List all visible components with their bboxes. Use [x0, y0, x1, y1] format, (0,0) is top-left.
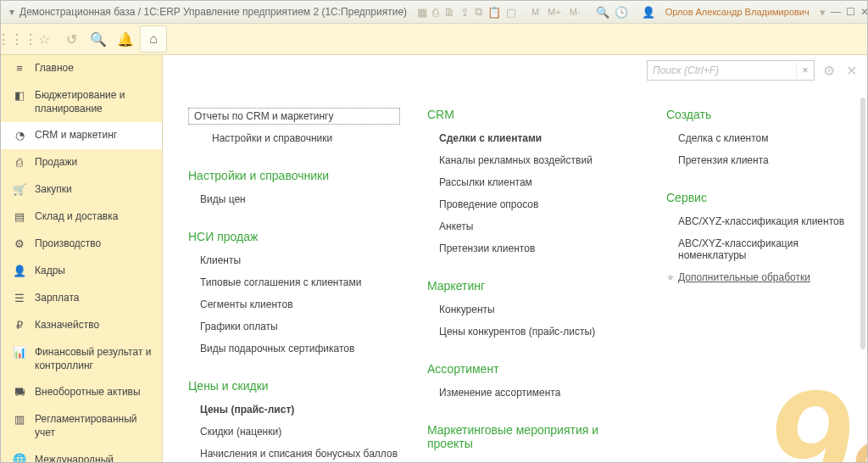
- mplus-button[interactable]: M+: [546, 7, 563, 17]
- menu-link[interactable]: Начисления и списания бонусных баллов: [188, 445, 400, 462]
- body: ≡Главное◧Бюджетирование и планирование◔C…: [1, 55, 867, 462]
- menu-link[interactable]: Цены (прайс-лист): [188, 401, 400, 418]
- menu-link[interactable]: Каналы рекламных воздействий: [427, 152, 639, 169]
- menu-link[interactable]: Претензии клиентов: [427, 240, 639, 257]
- group-title: Настройки и справочники: [188, 169, 400, 182]
- menu-link[interactable]: Клиенты: [188, 252, 400, 269]
- scrollbar-thumb[interactable]: [860, 98, 865, 349]
- toolbar-zoom-icon[interactable]: 🔍: [596, 4, 609, 20]
- minimize-button[interactable]: —: [831, 5, 841, 19]
- toolbar-clock-icon[interactable]: 🕓: [615, 4, 628, 20]
- menu-link[interactable]: Типовые соглашения с клиентами: [188, 274, 400, 291]
- home-icon[interactable]: ⌂: [140, 25, 167, 53]
- sidebar-item-label: Внеоборотные активы: [35, 386, 153, 399]
- menu-link[interactable]: ★Дополнительные обработки: [666, 269, 859, 286]
- sidebar-item-9[interactable]: ₽Казначейство: [1, 312, 162, 339]
- sidebar-item-7[interactable]: 👤Кадры: [1, 258, 162, 285]
- menu-link-label: Дополнительные обработки: [678, 269, 810, 286]
- toolbar-print-icon[interactable]: ⎙: [432, 4, 439, 20]
- content-area: 99 × ⚙ ✕ Отчеты по CRM и маркетингуНастр…: [163, 55, 867, 462]
- main-toolbar: ⋮⋮⋮ ☆ ↺ 🔍 🔔 ⌂: [1, 24, 867, 55]
- menu-link[interactable]: Отчеты по CRM и маркетингу: [188, 108, 400, 125]
- user-dropdown-icon[interactable]: ▾: [820, 4, 826, 20]
- toolbar-grid-icon[interactable]: ▦: [417, 4, 427, 20]
- scrollbar[interactable]: [860, 98, 865, 457]
- sidebar-icon: ◧: [13, 89, 26, 103]
- close-panel-icon[interactable]: ✕: [843, 63, 859, 78]
- menu-link[interactable]: Проведение опросов: [427, 196, 639, 213]
- sidebar-item-label: Казначейство: [35, 319, 153, 332]
- menu-link[interactable]: Виды подарочных сертификатов: [188, 340, 400, 357]
- menu-link[interactable]: Сделка с клиентом: [666, 130, 859, 147]
- menu-link[interactable]: Анкеты: [427, 218, 639, 235]
- menu-link[interactable]: Цены конкурентов (прайс-листы): [427, 323, 639, 340]
- history-icon[interactable]: ↺: [58, 26, 84, 52]
- sidebar-item-label: Международный финансовый учет: [35, 454, 153, 462]
- sidebar-icon: ☰: [13, 292, 26, 305]
- search-icon[interactable]: 🔍: [86, 26, 111, 52]
- sidebar-item-2[interactable]: ◔CRM и маркетинг: [1, 122, 162, 149]
- sidebar-item-label: Главное: [35, 62, 153, 75]
- sidebar-item-11[interactable]: ⛟Внеоборотные активы: [1, 379, 162, 406]
- sidebar-icon: 📊: [13, 346, 26, 360]
- settings-gear-icon[interactable]: ⚙: [821, 63, 837, 78]
- mminus-button[interactable]: M-: [568, 7, 582, 17]
- toolbar-clipboard-icon[interactable]: 📋: [487, 4, 501, 20]
- m-button[interactable]: M: [530, 7, 541, 17]
- menu-link[interactable]: Виды цен: [188, 191, 400, 208]
- titlebar-dropdown-icon[interactable]: ▾: [9, 8, 14, 16]
- menu-link[interactable]: Рассылки клиентам: [427, 174, 639, 191]
- menu-grid-icon[interactable]: ⋮⋮⋮: [4, 26, 30, 52]
- sidebar-item-label: Продажи: [35, 156, 153, 170]
- menu-link[interactable]: Сделки с клиентами: [427, 130, 639, 147]
- sidebar-item-3[interactable]: ⎙Продажи: [1, 149, 162, 176]
- section-columns: Отчеты по CRM и маркетингуНастройки и сп…: [163, 108, 867, 462]
- sidebar-icon: ⎙: [13, 156, 26, 170]
- toolbar-copy-icon[interactable]: ⧉: [475, 4, 482, 20]
- search-input[interactable]: [648, 62, 796, 79]
- column-2: CRMСделки с клиентамиКаналы рекламных во…: [427, 108, 639, 462]
- toolbar-calc-icon[interactable]: ▢: [506, 4, 516, 20]
- sidebar-item-13[interactable]: 🌐Международный финансовый учет: [1, 447, 162, 462]
- menu-link[interactable]: Изменение ассортимента: [427, 384, 639, 401]
- sidebar-item-12[interactable]: ▥Регламентированный учет: [1, 406, 162, 446]
- user-icon[interactable]: 👤: [642, 4, 655, 20]
- sidebar: ≡Главное◧Бюджетирование и планирование◔C…: [1, 55, 163, 462]
- toolbar-up-icon[interactable]: ⇪: [460, 4, 470, 20]
- menu-link[interactable]: Скидки (наценки): [188, 423, 400, 440]
- sidebar-item-label: Финансовый результат и контроллинг: [35, 346, 153, 372]
- star-icon[interactable]: ☆: [31, 26, 57, 52]
- sidebar-icon: 🛒: [13, 183, 26, 197]
- user-name[interactable]: Орлов Александр Владимирович: [665, 7, 810, 17]
- group-title: Цены и скидки: [188, 379, 400, 393]
- sidebar-item-4[interactable]: 🛒Закупки: [1, 176, 162, 204]
- bell-icon[interactable]: 🔔: [113, 26, 138, 52]
- menu-link[interactable]: Претензия клиента: [666, 152, 859, 169]
- sidebar-item-0[interactable]: ≡Главное: [1, 55, 162, 82]
- menu-link[interactable]: Настройки и справочники: [200, 130, 400, 147]
- group-title: Сервис: [666, 191, 859, 204]
- sidebar-item-label: Производство: [35, 237, 153, 251]
- menu-link[interactable]: Графики оплаты: [188, 318, 400, 335]
- sidebar-icon: ⚙: [13, 237, 26, 251]
- sidebar-item-1[interactable]: ◧Бюджетирование и планирование: [1, 82, 162, 122]
- sidebar-item-label: Регламентированный учет: [35, 413, 153, 439]
- sidebar-item-10[interactable]: 📊Финансовый результат и контроллинг: [1, 339, 162, 379]
- toolbar-doc-icon[interactable]: 🗎: [444, 4, 455, 20]
- menu-link[interactable]: Конкуренты: [427, 301, 639, 318]
- sidebar-item-8[interactable]: ☰Зарплата: [1, 285, 162, 312]
- group-title: Маркетинговые мероприятия и проекты: [427, 423, 639, 450]
- sidebar-icon: 🌐: [13, 454, 26, 462]
- search-clear-button[interactable]: ×: [796, 62, 814, 79]
- menu-link[interactable]: ABC/XYZ-классификация клиентов: [666, 213, 859, 230]
- menu-link[interactable]: Сегменты клиентов: [188, 296, 400, 313]
- menu-link[interactable]: ABC/XYZ-классификация номенклатуры: [666, 235, 859, 264]
- close-button[interactable]: ✕: [860, 5, 868, 19]
- menu-link[interactable]: Маркетинговые мероприятия: [427, 459, 639, 462]
- maximize-button[interactable]: ☐: [846, 5, 855, 19]
- sidebar-item-5[interactable]: ▤Склад и доставка: [1, 204, 162, 231]
- sidebar-item-label: Закупки: [35, 183, 153, 197]
- search-box[interactable]: ×: [647, 60, 815, 81]
- sidebar-item-6[interactable]: ⚙Производство: [1, 231, 162, 258]
- group-title: Маркетинг: [427, 279, 639, 293]
